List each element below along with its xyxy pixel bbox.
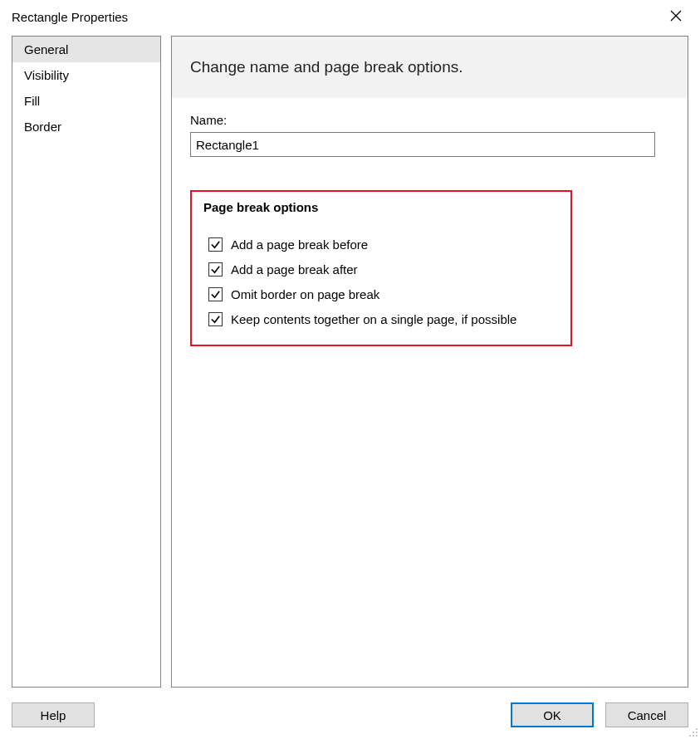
page-break-section: Page break options Add a page break befo… xyxy=(190,190,572,346)
checkbox-label: Add a page break after xyxy=(231,262,358,277)
resize-grip-icon xyxy=(687,726,698,737)
dialog-title: Rectangle Properties xyxy=(12,10,128,24)
help-button[interactable]: Help xyxy=(12,702,95,727)
sidebar-item-general[interactable]: General xyxy=(12,37,160,62)
checkbox-label: Omit border on page break xyxy=(231,287,379,301)
svg-point-3 xyxy=(693,732,694,733)
svg-point-2 xyxy=(696,728,698,730)
checkbox-omit-border[interactable] xyxy=(208,287,223,301)
dialog-footer: Help OK Cancel xyxy=(12,702,688,727)
checkbox-break-after[interactable] xyxy=(208,262,223,277)
svg-point-5 xyxy=(689,735,691,737)
sidebar-item-label: General xyxy=(24,42,68,56)
content-panel: Change name and page break options. Name… xyxy=(171,36,688,688)
main-area: General Visibility Fill Border Change na… xyxy=(0,36,700,688)
check-icon xyxy=(210,314,221,325)
checkbox-row-break-before[interactable]: Add a page break before xyxy=(208,237,559,252)
checkbox-row-keep-together[interactable]: Keep contents together on a single page,… xyxy=(208,312,559,326)
titlebar: Rectangle Properties xyxy=(0,0,700,36)
sidebar-item-fill[interactable]: Fill xyxy=(12,88,160,114)
checkbox-label: Keep contents together on a single page,… xyxy=(231,312,516,326)
checkbox-break-before[interactable] xyxy=(208,237,223,252)
check-icon xyxy=(210,289,221,300)
sidebar: General Visibility Fill Border xyxy=(12,36,161,688)
sidebar-item-border[interactable]: Border xyxy=(12,114,160,139)
svg-point-4 xyxy=(696,732,698,733)
sidebar-item-label: Fill xyxy=(24,94,40,108)
check-icon xyxy=(210,239,221,250)
check-icon xyxy=(210,264,221,275)
content-header: Change name and page break options. xyxy=(172,37,688,98)
cancel-button[interactable]: Cancel xyxy=(605,702,688,727)
close-icon xyxy=(670,10,682,22)
content-body: Name: Page break options Add a page brea… xyxy=(172,98,688,361)
name-label: Name: xyxy=(190,113,669,127)
close-button[interactable] xyxy=(663,7,688,27)
resize-grip[interactable] xyxy=(687,726,698,737)
checkbox-keep-together[interactable] xyxy=(208,312,223,326)
svg-point-6 xyxy=(693,735,694,737)
page-break-title: Page break options xyxy=(203,200,559,214)
ok-button[interactable]: OK xyxy=(511,702,594,727)
sidebar-item-label: Border xyxy=(24,120,61,134)
sidebar-item-label: Visibility xyxy=(24,68,69,82)
sidebar-item-visibility[interactable]: Visibility xyxy=(12,62,160,88)
name-input[interactable] xyxy=(190,132,655,157)
checkbox-label: Add a page break before xyxy=(231,237,368,252)
checkbox-row-omit-border[interactable]: Omit border on page break xyxy=(208,287,559,301)
checkbox-row-break-after[interactable]: Add a page break after xyxy=(208,262,559,277)
svg-point-7 xyxy=(696,735,698,737)
